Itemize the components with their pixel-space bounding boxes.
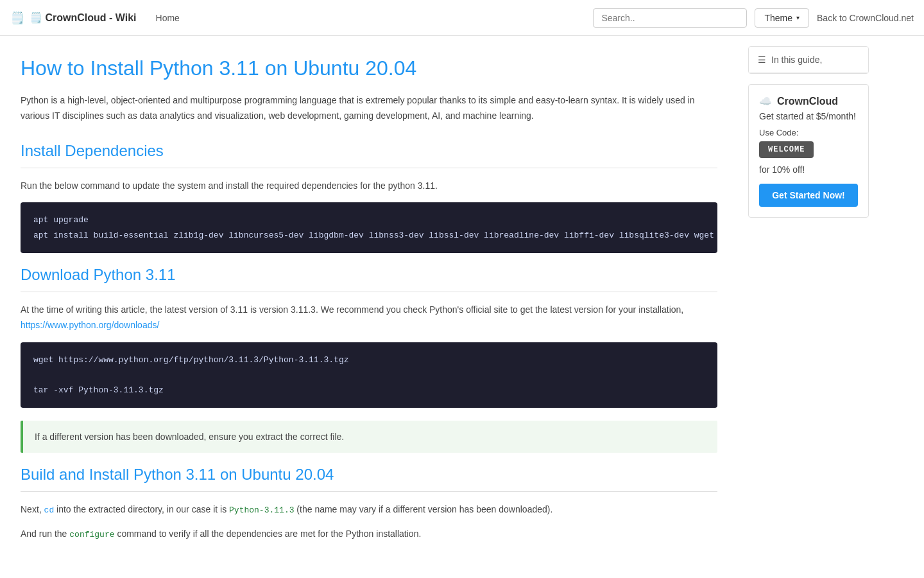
toc-panel-header: ☰ In this guide, <box>749 47 868 73</box>
ad-code-label: Use Code: <box>759 128 858 137</box>
text-configure-desc: command to verify if all the dependencie… <box>115 529 422 539</box>
brand-label: 🗒️ CrownCloud - Wiki <box>30 12 137 24</box>
code-block-download: wget https://www.python.org/ftp/python/3… <box>21 342 717 408</box>
home-nav-item[interactable]: Home <box>150 9 186 27</box>
cloud-icon: ☁️ <box>759 95 772 107</box>
text-into: into the extracted directory, in our cas… <box>54 504 229 514</box>
list-icon: ☰ <box>758 55 766 65</box>
section-title-download: Download Python 3.11 <box>21 266 717 284</box>
brand-icon: 🗒️ <box>10 11 24 25</box>
back-to-crowncloud-link[interactable]: Back to CrownCloud.net <box>817 13 914 23</box>
ad-panel: ☁️ CrownCloud Get started at $5/month! U… <box>748 84 869 218</box>
text-next: Next, <box>21 504 44 514</box>
python-downloads-link[interactable]: https://www.python.org/downloads/ <box>21 320 159 330</box>
text-name-vary: (the name may vary if a different versio… <box>294 504 552 514</box>
sidebar: ☰ In this guide, ☁️ CrownCloud Get start… <box>738 36 879 578</box>
get-started-button[interactable]: Get Started Now! <box>759 184 858 207</box>
inline-code-python-dir: Python-3.11.3 <box>229 505 294 515</box>
ad-title: ☁️ CrownCloud <box>759 95 858 107</box>
code-block-install-deps: apt upgrade apt install build-essential … <box>21 202 717 253</box>
page-title: How to Install Python 3.11 on Ubuntu 20.… <box>21 57 717 80</box>
chevron-down-icon: ▾ <box>796 14 800 21</box>
divider-download <box>21 292 717 292</box>
page-description: Python is a high-level, object-oriented … <box>21 93 717 124</box>
toc-panel: ☰ In this guide, <box>748 46 869 74</box>
ad-discount-text: for 10% off! <box>759 164 858 175</box>
inline-code-cd: cd <box>44 505 55 515</box>
brand-link[interactable]: 🗒️ 🗒️ CrownCloud - Wiki <box>10 11 137 25</box>
inline-code-configure: configure <box>69 530 114 539</box>
theme-button[interactable]: Theme ▾ <box>755 8 809 28</box>
section-title-install-deps: Install Dependencies <box>21 142 717 160</box>
section-title-build: Build and Install Python 3.11 on Ubuntu … <box>21 466 717 484</box>
section-text-download: At the time of writing this article, the… <box>21 302 717 333</box>
main-content: How to Install Python 3.11 on Ubuntu 20.… <box>0 36 738 578</box>
divider-build <box>21 491 717 492</box>
ad-subtitle: Get started at $5/month! <box>759 111 858 121</box>
section-text-install-deps: Run the below command to update the syst… <box>21 179 717 194</box>
section-text-download-before-link: At the time of writing this article, the… <box>21 304 683 315</box>
info-box-download: If a different version has been download… <box>21 421 717 453</box>
search-input[interactable] <box>593 8 747 28</box>
toc-header-label: In this guide, <box>771 55 822 65</box>
page-layout: How to Install Python 3.11 on Ubuntu 20.… <box>0 36 924 578</box>
ad-brand-name: CrownCloud <box>777 96 838 107</box>
theme-label: Theme <box>764 13 792 23</box>
search-container <box>593 8 747 28</box>
navbar: 🗒️ 🗒️ CrownCloud - Wiki Home Theme ▾ Bac… <box>0 0 924 36</box>
section-text-build-2: And run the configure command to verify … <box>21 527 717 542</box>
divider-install-deps <box>21 168 717 168</box>
text-and-run: And run the <box>21 529 69 539</box>
ad-promo-code: WELCOME <box>759 141 814 158</box>
section-text-build-1: Next, cd into the extracted directory, i… <box>21 502 717 518</box>
